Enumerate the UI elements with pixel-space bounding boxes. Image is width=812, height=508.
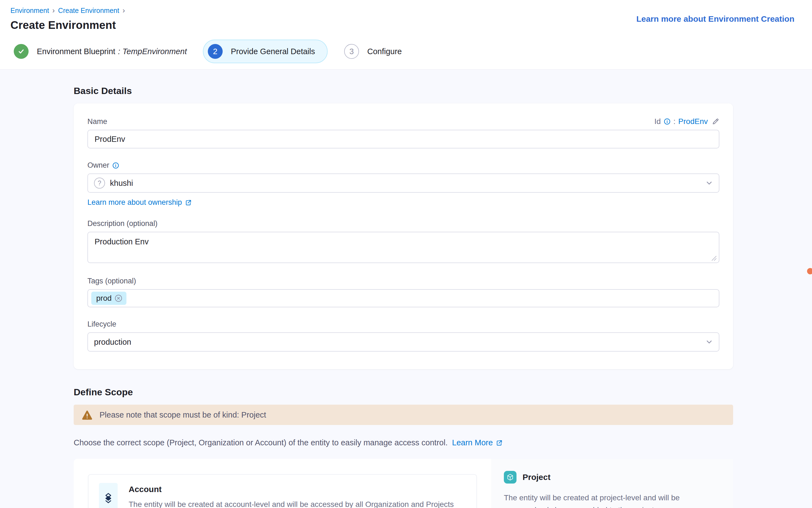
account-layers-icon — [99, 483, 118, 508]
id-row: Id : ProdEnv — [654, 117, 719, 126]
define-scope-heading: Define Scope — [74, 387, 733, 397]
owner-label: Owner — [87, 161, 719, 170]
scope-learn-more-link[interactable]: Learn More — [452, 438, 503, 447]
ownership-link-text: Learn more about ownership — [87, 198, 182, 207]
external-link-icon — [496, 439, 503, 447]
project-option-title: Project — [522, 472, 551, 482]
name-label: Name — [87, 117, 107, 126]
basic-details-heading: Basic Details — [74, 85, 733, 96]
step-complete-check-icon — [14, 44, 29, 59]
project-option-description: The entity will be created at project-le… — [504, 492, 710, 508]
feedback-dot[interactable] — [807, 268, 812, 274]
top-bar: Environment › Create Environment › Creat… — [0, 0, 812, 34]
basic-details-card: Name Id : ProdEnv Owner ? khushi — [74, 103, 733, 369]
edit-id-pencil-icon[interactable] — [712, 118, 719, 125]
step-number-badge: 2 — [208, 44, 223, 59]
wizard-stepper: Environment Blueprint : TempEnvironment … — [0, 34, 812, 70]
step-provide-general-details[interactable]: 2 Provide General Details — [203, 40, 328, 63]
step-label: Environment Blueprint — [37, 47, 115, 56]
project-cube-icon — [504, 471, 516, 483]
tag-chip-label: prod — [96, 294, 112, 303]
step-number-badge: 3 — [344, 44, 359, 59]
lifecycle-value: production — [94, 338, 131, 347]
chevron-down-icon — [705, 338, 713, 346]
owner-avatar: ? — [94, 178, 105, 188]
description-textarea[interactable]: Production Env — [87, 232, 719, 263]
remove-tag-icon[interactable] — [114, 294, 123, 302]
account-option-description: The entity will be created at account-le… — [129, 498, 464, 508]
scope-intro-text: Choose the correct scope (Project, Organ… — [74, 438, 447, 447]
scope-learn-more-text: Learn More — [452, 438, 493, 447]
owner-label-text: Owner — [87, 161, 110, 170]
main-content: Basic Details Name Id : ProdEnv Owner — [74, 85, 733, 508]
step-label: Configure — [367, 47, 402, 56]
learn-more-ownership-link[interactable]: Learn more about ownership — [87, 198, 192, 207]
tag-chip: prod — [91, 292, 126, 305]
id-label: Id — [654, 117, 660, 126]
step-configure[interactable]: 3 Configure — [344, 44, 402, 59]
account-option-title: Account — [129, 484, 464, 494]
info-icon[interactable] — [112, 162, 119, 169]
id-value[interactable]: ProdEnv — [678, 117, 708, 126]
tags-input[interactable]: prod — [87, 289, 719, 307]
step-environment-blueprint[interactable]: Environment Blueprint : TempEnvironment — [14, 44, 187, 59]
breadcrumb-separator-icon: › — [123, 7, 125, 14]
scope-option-project[interactable]: Project The entity will be created at pr… — [491, 459, 733, 508]
learn-more-environment-creation-link[interactable]: Learn more about Environment Creation — [636, 14, 795, 24]
scope-intro: Choose the correct scope (Project, Organ… — [74, 438, 733, 447]
breadcrumb-environment[interactable]: Environment — [10, 7, 49, 14]
scope-options: Account The entity will be created at ac… — [74, 459, 733, 508]
breadcrumb-create-environment[interactable]: Create Environment — [58, 7, 119, 14]
warning-icon — [81, 409, 93, 420]
lifecycle-select[interactable]: production — [87, 332, 719, 351]
tags-label: Tags (optional) — [87, 277, 719, 285]
name-input[interactable] — [87, 130, 719, 149]
chevron-down-icon — [705, 179, 713, 187]
info-icon[interactable] — [664, 118, 671, 125]
scope-warning-banner: Please note that scope must be of kind: … — [74, 405, 733, 425]
lifecycle-label: Lifecycle — [87, 320, 719, 329]
external-link-icon — [185, 199, 192, 206]
step-label: Provide General Details — [231, 47, 315, 56]
id-separator: : — [674, 117, 676, 126]
step-sublabel: : TempEnvironment — [118, 47, 187, 56]
description-label: Description (optional) — [87, 219, 719, 228]
scope-left-panel: Account The entity will be created at ac… — [74, 459, 491, 508]
breadcrumb-separator-icon: › — [52, 7, 55, 14]
breadcrumb: Environment › Create Environment › — [10, 7, 795, 14]
resize-handle[interactable] — [711, 255, 717, 261]
owner-value: khushi — [110, 179, 133, 188]
warning-text: Please note that scope must be of kind: … — [99, 411, 266, 420]
owner-select[interactable]: ? khushi — [87, 173, 719, 193]
scope-option-account[interactable]: Account The entity will be created at ac… — [88, 474, 477, 508]
